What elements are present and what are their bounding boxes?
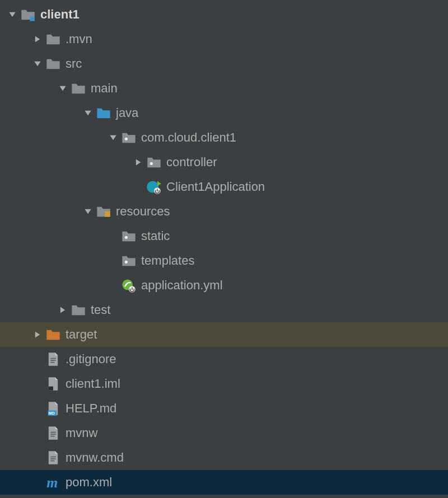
tree-item-label: mvnw.cmd bbox=[66, 450, 124, 465]
tree-item-label: controller bbox=[166, 155, 217, 170]
tree-item-label: main bbox=[91, 81, 118, 96]
tree-item-java[interactable]: java bbox=[0, 101, 448, 125]
chevron-down-icon[interactable] bbox=[80, 208, 96, 215]
tree-item-mvn[interactable]: .mvn bbox=[0, 27, 448, 51]
folder-orange-icon bbox=[45, 327, 61, 342]
tree-item-label: static bbox=[141, 229, 170, 243]
svg-rect-12 bbox=[50, 358, 55, 359]
svg-rect-6 bbox=[105, 214, 110, 215]
svg-rect-0 bbox=[30, 17, 35, 21]
tree-item-label: src bbox=[66, 57, 82, 71]
svg-rect-19 bbox=[50, 434, 55, 435]
svg-rect-20 bbox=[50, 436, 54, 437]
svg-point-1 bbox=[125, 138, 128, 140]
svg-rect-21 bbox=[50, 457, 55, 458]
svg-rect-13 bbox=[50, 360, 55, 361]
folder-source-icon bbox=[96, 105, 111, 121]
svg-rect-14 bbox=[50, 362, 54, 363]
chevron-right-icon[interactable] bbox=[30, 35, 45, 43]
chevron-right-icon[interactable] bbox=[130, 158, 146, 166]
folder-resources-icon bbox=[96, 204, 111, 219]
chevron-right-icon[interactable] bbox=[55, 306, 71, 314]
file-icon bbox=[45, 450, 61, 466]
tree-item-label: java bbox=[116, 106, 138, 120]
tree-item-label: mvnw bbox=[66, 426, 97, 440]
tree-item-static[interactable]: static bbox=[0, 224, 448, 248]
folder-gray-icon bbox=[45, 56, 61, 72]
tree-item-label: .mvn bbox=[66, 32, 92, 46]
tree-item-resources[interactable]: resources bbox=[0, 199, 448, 224]
tree-item-mvnw[interactable]: mvnw bbox=[0, 421, 448, 445]
tree-item-label: pom.xml bbox=[66, 475, 112, 490]
tree-item-help[interactable]: MDHELP.md bbox=[0, 396, 448, 421]
tree-item-test[interactable]: test bbox=[0, 298, 448, 322]
tree-item-client1[interactable]: client1 bbox=[0, 2, 448, 27]
spring-file-icon bbox=[121, 278, 137, 293]
folder-gray-icon bbox=[71, 81, 86, 96]
folder-module-icon bbox=[20, 7, 36, 22]
svg-text:m: m bbox=[46, 474, 58, 490]
chevron-down-icon[interactable] bbox=[30, 60, 45, 68]
svg-rect-15 bbox=[49, 387, 53, 391]
svg-rect-23 bbox=[50, 461, 54, 462]
chevron-down-icon[interactable] bbox=[4, 11, 20, 18]
tree-item-label: test bbox=[91, 303, 110, 317]
file-md-icon: MD bbox=[45, 401, 61, 416]
tree-item-src[interactable]: src bbox=[0, 51, 448, 76]
chevron-right-icon[interactable] bbox=[30, 331, 45, 339]
tree-item-label: target bbox=[66, 327, 97, 342]
tree-item-label: client1 bbox=[40, 7, 80, 22]
svg-rect-18 bbox=[50, 432, 55, 433]
tree-item-pkg[interactable]: com.cloud.client1 bbox=[0, 125, 448, 150]
chevron-down-icon[interactable] bbox=[80, 109, 96, 117]
tree-item-label: com.cloud.client1 bbox=[141, 130, 236, 145]
tree-item-label: Client1Application bbox=[166, 180, 265, 194]
tree-item-label: templates bbox=[141, 253, 194, 268]
file-dot-icon bbox=[45, 376, 61, 392]
folder-gray-icon bbox=[71, 302, 86, 318]
package-icon bbox=[146, 154, 162, 170]
project-tree[interactable]: client1.mvnsrcmainjavacom.cloud.client1c… bbox=[0, 0, 448, 495]
tree-item-label: resources bbox=[116, 204, 170, 219]
file-icon bbox=[45, 425, 61, 441]
tree-item-gitignore[interactable]: .gitignore bbox=[0, 347, 448, 372]
file-icon bbox=[45, 351, 61, 367]
tree-item-label: .gitignore bbox=[66, 352, 116, 367]
tree-item-app[interactable]: Client1Application bbox=[0, 175, 448, 199]
tree-item-iml[interactable]: client1.iml bbox=[0, 372, 448, 396]
svg-text:MD: MD bbox=[49, 411, 55, 415]
chevron-down-icon[interactable] bbox=[55, 84, 71, 92]
tree-item-label: client1.iml bbox=[66, 377, 120, 391]
chevron-down-icon[interactable] bbox=[105, 134, 121, 142]
tree-item-main[interactable]: main bbox=[0, 76, 448, 101]
tree-item-controller[interactable]: controller bbox=[0, 150, 448, 175]
maven-icon: m bbox=[45, 474, 61, 490]
svg-rect-5 bbox=[105, 212, 110, 213]
package-icon bbox=[121, 253, 137, 269]
svg-rect-22 bbox=[50, 458, 55, 459]
folder-gray-icon bbox=[45, 31, 61, 47]
svg-point-8 bbox=[125, 236, 128, 239]
tree-item-appyml[interactable]: application.yml bbox=[0, 273, 448, 298]
tree-item-label: application.yml bbox=[141, 278, 223, 293]
svg-point-2 bbox=[150, 162, 153, 165]
spring-run-icon bbox=[146, 179, 162, 195]
tree-item-label: HELP.md bbox=[66, 401, 116, 416]
tree-item-pom[interactable]: mpom.xml bbox=[0, 470, 448, 495]
tree-item-target[interactable]: target bbox=[0, 322, 448, 347]
package-icon bbox=[121, 130, 137, 145]
tree-item-mvnwcmd[interactable]: mvnw.cmd bbox=[0, 445, 448, 470]
tree-item-templates[interactable]: templates bbox=[0, 248, 448, 273]
svg-point-9 bbox=[125, 261, 128, 264]
package-icon bbox=[121, 228, 137, 244]
svg-rect-7 bbox=[105, 215, 110, 217]
